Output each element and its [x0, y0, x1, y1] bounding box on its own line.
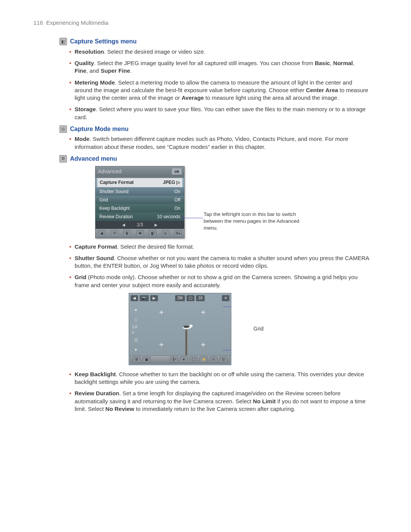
cam-counter: 18: [196, 295, 205, 301]
toolbar-timer-icon[interactable]: ⟳: [111, 230, 118, 237]
section-advanced: ⚙ Advanced menu Advanced ok Capture Form…: [38, 155, 373, 413]
item-storage: Storage. Select where you want to save y…: [69, 105, 369, 121]
page-title: Experiencing Multimedia: [46, 19, 108, 26]
row-capture-format[interactable]: Capture Format JPEG▷: [97, 178, 183, 187]
heading-advanced: Advanced menu: [70, 155, 117, 163]
chevron-right-icon[interactable]: ▷: [177, 179, 180, 185]
item-mode: Mode. Switch between different capture m…: [69, 135, 369, 151]
cam-wb-icon[interactable]: ◫: [132, 336, 140, 343]
capture-settings-icon: ◧: [59, 38, 67, 45]
cam-gallery-icon[interactable]: ▣: [142, 356, 151, 363]
toolbar-brightness-icon[interactable]: ✺: [136, 230, 144, 237]
grid-marker: [201, 310, 205, 314]
advanced-icon: ⚙: [59, 155, 67, 163]
item-keep-backlight: Keep Backlight. Choose whether to turn t…: [69, 371, 369, 386]
grid-marker: [159, 343, 163, 347]
cam-mode-icon[interactable]: 📷: [140, 295, 149, 301]
cam-flash-icon[interactable]: ⚡: [199, 356, 208, 363]
cam-zoom-out-icon[interactable]: ▼: [132, 347, 140, 353]
advanced-menu-panel: Advanced ok Capture Format JPEG▷ Shutter…: [95, 166, 185, 238]
item-grid: Grid (Photo mode only). Choose whether o…: [69, 273, 369, 289]
cam-next-mode-icon[interactable]: ▶: [150, 295, 158, 301]
pager-right-icon[interactable]: ▶: [155, 222, 158, 228]
cam-auto-icon[interactable]: A: [209, 356, 218, 363]
cam-off-icon[interactable]: ∅: [219, 356, 228, 363]
advanced-menu-figure: Advanced ok Capture Format JPEG▷ Shutter…: [95, 166, 373, 238]
row-review-duration[interactable]: Review Duration 10 seconds: [96, 212, 184, 221]
cam-prev-mode-icon[interactable]: ◀: [131, 295, 138, 301]
advanced-title-bar: Advanced ok: [96, 166, 184, 177]
toolbar-tools-icon[interactable]: ⚙▸: [174, 230, 182, 237]
ok-button[interactable]: ok: [172, 168, 182, 175]
item-shutter-sound: Shutter Sound. Choose whether or not you…: [69, 254, 369, 270]
cam-fullscreen-icon[interactable]: ⛶: [190, 356, 198, 363]
advanced-bottom-toolbar: ◀ ⟳ 🗑 ✺ ◧ ◎ ⚙▸: [96, 229, 184, 238]
cam-zoom-scale-icon: ⌷: [132, 316, 140, 323]
page-header: 116 Experiencing Multimedia: [33, 19, 373, 27]
advanced-pager: ◀ 1/3 ▶: [96, 221, 184, 228]
section-capture-settings: ◧ Capture Settings menu Resolution. Sele…: [38, 37, 373, 121]
section-capture-mode: ◎ Capture Mode menu Mode. Switch between…: [38, 125, 373, 151]
toolbar-trash-icon[interactable]: 🗑: [123, 230, 131, 237]
item-resolution: Resolution. Select the desired image or …: [69, 48, 369, 56]
cam-ev-icon[interactable]: -┃+: [170, 356, 178, 363]
heading-capture-settings: Capture Settings menu: [70, 37, 137, 46]
row-grid[interactable]: Grid Off: [96, 196, 184, 204]
advanced-callout: Tap the left/right icon in this bar to s…: [204, 211, 303, 232]
page-number: 116: [33, 19, 43, 26]
toolbar-image-icon[interactable]: ◧: [149, 230, 156, 237]
cam-zoom-in-icon[interactable]: ▲: [132, 306, 140, 313]
cam-zoom-value: 1.0 x: [132, 326, 140, 333]
preview-subject: [180, 324, 193, 331]
pager-text: 1/3: [137, 222, 143, 228]
camera-preview-figure: ◀ 📷 ▶ 2M ▢ 18 ✕ ▲ ⌷ 1.0 x ◫ ▼: [129, 293, 373, 365]
cam-rec-icon[interactable]: ●: [180, 356, 188, 363]
toolbar-back-icon[interactable]: ◀: [98, 230, 105, 237]
item-quality: Quality. Select the JPEG image quality l…: [69, 59, 369, 75]
grid-marker: [159, 310, 163, 314]
callout-leader-line: [183, 218, 203, 218]
capture-mode-icon: ◎: [59, 125, 67, 133]
toolbar-camera-icon[interactable]: ◎: [162, 230, 169, 237]
item-capture-format: Capture Format. Select the desired file …: [69, 243, 369, 251]
advanced-title-text: Advanced: [98, 168, 121, 175]
grid-marker: [201, 343, 205, 347]
row-keep-backlight[interactable]: Keep Backlight On: [96, 204, 184, 212]
cam-close-icon[interactable]: ✕: [222, 295, 229, 301]
cam-storage-icon[interactable]: ▢: [186, 295, 194, 301]
grid-callout-label: Grid: [253, 325, 263, 332]
camera-bottom-toolbar: ⚙ ▣ -┃+ ● ⛶ ⚡ A ∅: [131, 355, 229, 364]
grid-callout-box: [223, 307, 231, 350]
pager-left-icon[interactable]: ◀: [122, 222, 125, 228]
item-review-duration: Review Duration. Set a time length for d…: [69, 390, 369, 413]
row-shutter-sound[interactable]: Shutter Sound On: [96, 187, 184, 196]
cam-resolution-icon[interactable]: 2M: [175, 295, 185, 301]
cam-tools-icon[interactable]: ⚙: [132, 356, 141, 363]
camera-preview: ◀ 📷 ▶ 2M ▢ 18 ✕ ▲ ⌷ 1.0 x ◫ ▼: [129, 293, 231, 365]
heading-capture-mode: Capture Mode menu: [70, 125, 129, 133]
item-metering: Metering Mode. Select a metering mode to…: [69, 79, 369, 102]
